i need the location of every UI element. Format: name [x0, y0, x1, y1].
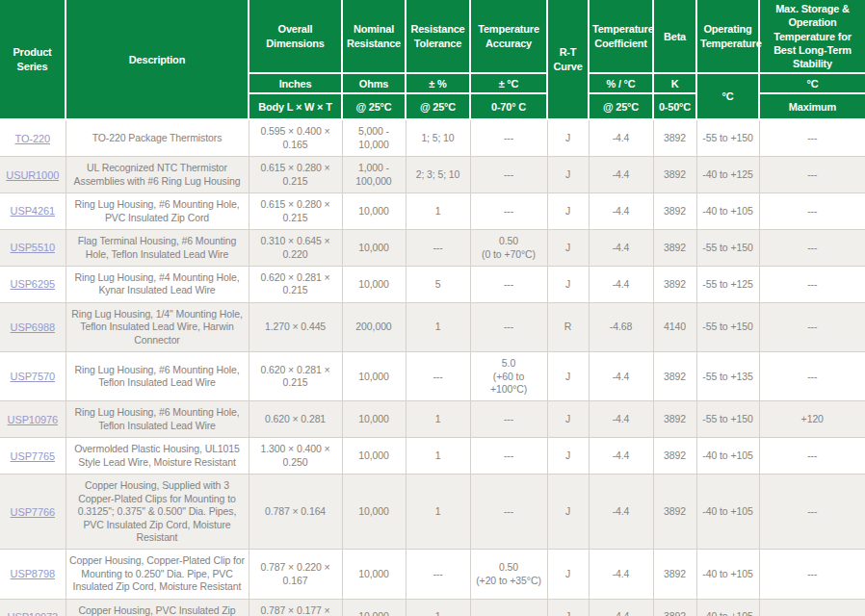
product-series-link[interactable]: USP5510: [11, 242, 55, 253]
cell-description: Copper Housing, Supplied with 3 Copper-P…: [66, 475, 249, 550]
cell-dimensions: 0.787 × 0.164: [249, 475, 342, 550]
cell-nominal-resistance: 10,000: [342, 438, 406, 475]
subheader-tol-unit: ± %: [406, 73, 470, 93]
cell-temperature-accuracy: 0.50 (0 to +70°C): [470, 230, 547, 267]
cell-temperature-accuracy: 5.0 (+60 to +100°C): [470, 352, 547, 401]
cell-rt-curve: R: [547, 302, 589, 351]
product-series-link[interactable]: USP7570: [11, 371, 55, 382]
table-row: USP6295 Ring Lug Housing, #4 Mounting Ho…: [0, 266, 865, 302]
cell-dimensions: 0.595 × 0.400 × 0.165: [249, 119, 342, 156]
cell-operating-temperature: -55 to +125: [696, 266, 759, 302]
cell-beta: 3892: [653, 266, 696, 302]
cell-beta: 4140: [653, 302, 696, 351]
cell-beta: 3892: [653, 193, 696, 230]
cell-temperature-accuracy: ---: [470, 401, 547, 438]
cell-resistance-tolerance: ---: [406, 550, 470, 599]
cell-temperature-coefficient: -4.4: [589, 119, 653, 156]
product-series-link[interactable]: USP10973: [8, 611, 58, 616]
cell-temperature-accuracy: 0.50 (+20 to +35°C): [470, 550, 547, 599]
cell-resistance-tolerance: ---: [406, 352, 470, 401]
table-body: TO-220 TO-220 Package Thermistors 0.595 …: [0, 119, 865, 616]
cell-temperature-coefficient: -4.4: [589, 550, 653, 599]
cell-description: Overmolded Plastic Housing, UL1015 Style…: [66, 438, 249, 475]
cell-temperature-coefficient: -4.4: [589, 193, 653, 230]
subheader-dims-unit: Inches: [249, 73, 342, 93]
table-row: USP4261 Ring Lug Housing, #6 Mounting Ho…: [0, 193, 865, 230]
col-header-description: Description: [66, 0, 249, 119]
cell-description: UL Recognized NTC Thermistor Assemblies …: [66, 157, 249, 193]
cell-dimensions: 0.620 × 0.281 × 0.215: [249, 266, 342, 302]
subheader-coeff-cond: @ 25°C: [589, 93, 653, 119]
col-header-product-series: Product Series: [0, 0, 66, 119]
cell-description: Flag Terminal Housing, #6 Mounting Hole,…: [66, 230, 249, 267]
table-row: TO-220 TO-220 Package Thermistors 0.595 …: [0, 119, 865, 156]
cell-rt-curve: J: [547, 550, 589, 599]
cell-nominal-resistance: 1,000 - 100,000: [342, 157, 406, 193]
cell-resistance-tolerance: 1: [406, 193, 470, 230]
cell-max-storage: ---: [759, 119, 865, 156]
cell-dimensions: 0.620 × 0.281 × 0.215: [249, 352, 342, 401]
product-series-link[interactable]: TO-220: [15, 133, 51, 144]
cell-rt-curve: J: [547, 193, 589, 230]
product-series-link[interactable]: USP8798: [11, 568, 55, 579]
product-series-link[interactable]: USP7765: [11, 450, 55, 462]
cell-description: Copper Housing, PVC Insulated Zip Cord, …: [66, 599, 249, 616]
cell-rt-curve: J: [547, 352, 589, 401]
cell-max-storage: ---: [759, 352, 865, 401]
cell-temperature-coefficient: -4.4: [589, 352, 653, 401]
cell-description: Ring Lug Housing, #4 Mounting Hole, Kyna…: [66, 266, 249, 302]
subheader-beta-cond: 0-50°C: [653, 93, 696, 119]
cell-nominal-resistance: 5,000 - 10,000: [342, 119, 406, 156]
col-header-overall-dimensions: Overall Dimensions: [249, 0, 342, 73]
cell-dimensions: 0.310 × 0.645 × 0.220: [249, 230, 342, 267]
cell-product-series: USP5510: [0, 230, 66, 267]
cell-product-series: USP6295: [0, 266, 66, 302]
table-row: USP7570 Ring Lug Housing, #6 Mounting Ho…: [0, 352, 865, 401]
cell-product-series: USP4261: [0, 193, 66, 230]
cell-product-series: USP10973: [0, 599, 66, 616]
cell-description: Ring Lug Housing, 1/4" Mounting Hole, Te…: [66, 302, 249, 351]
cell-nominal-resistance: 10,000: [342, 550, 406, 599]
cell-max-storage: ---: [759, 550, 865, 599]
col-header-rt-curve: R-T Curve: [547, 0, 589, 119]
cell-operating-temperature: -55 to +150: [696, 302, 759, 351]
cell-temperature-coefficient: -4.4: [589, 157, 653, 193]
cell-resistance-tolerance: 1: [406, 438, 470, 475]
subheader-max-cond: Maximum: [759, 93, 865, 119]
cell-nominal-resistance: 10,000: [342, 475, 406, 550]
product-series-link[interactable]: USP4261: [11, 205, 55, 217]
cell-dimensions: 0.615 × 0.280 × 0.215: [249, 157, 342, 193]
cell-beta: 3892: [653, 230, 696, 267]
cell-rt-curve: J: [547, 401, 589, 438]
subheader-acc-unit: ± °C: [470, 73, 547, 93]
cell-beta: 3892: [653, 438, 696, 475]
cell-resistance-tolerance: 1: [406, 302, 470, 351]
col-header-max-storage: Max. Storage & Operation Temperature for…: [759, 0, 865, 73]
cell-temperature-accuracy: ---: [470, 475, 547, 550]
cell-operating-temperature: -40 to +105: [696, 475, 759, 550]
product-series-link[interactable]: USUR1000: [6, 169, 59, 181]
cell-max-storage: ---: [759, 230, 865, 267]
table-header: Product Series Description Overall Dimen…: [0, 0, 865, 119]
cell-temperature-accuracy: ---: [470, 157, 547, 193]
subheader-op-unit: °C: [696, 73, 759, 119]
product-series-link[interactable]: USP10976: [8, 414, 58, 425]
cell-temperature-coefficient: -4.4: [589, 230, 653, 267]
cell-description: TO-220 Package Thermistors: [66, 119, 249, 156]
cell-nominal-resistance: 10,000: [342, 599, 406, 616]
cell-rt-curve: J: [547, 119, 589, 156]
cell-temperature-coefficient: -4.4: [589, 599, 653, 616]
cell-max-storage: +120: [759, 401, 865, 438]
cell-operating-temperature: -55 to +150: [696, 119, 759, 156]
cell-max-storage: ---: [759, 266, 865, 302]
cell-temperature-accuracy: ---: [470, 438, 547, 475]
product-series-link[interactable]: USP6988: [11, 321, 55, 333]
cell-beta: 3892: [653, 475, 696, 550]
col-header-beta: Beta: [653, 0, 696, 73]
cell-resistance-tolerance: ---: [406, 230, 470, 267]
product-series-link[interactable]: USP6295: [11, 278, 55, 290]
cell-temperature-coefficient: -4.68: [589, 302, 653, 351]
cell-dimensions: 0.787 × 0.177 × 0.164: [249, 599, 342, 616]
product-series-link[interactable]: USP7766: [11, 506, 55, 518]
cell-operating-temperature: -55 to +150: [696, 401, 759, 438]
